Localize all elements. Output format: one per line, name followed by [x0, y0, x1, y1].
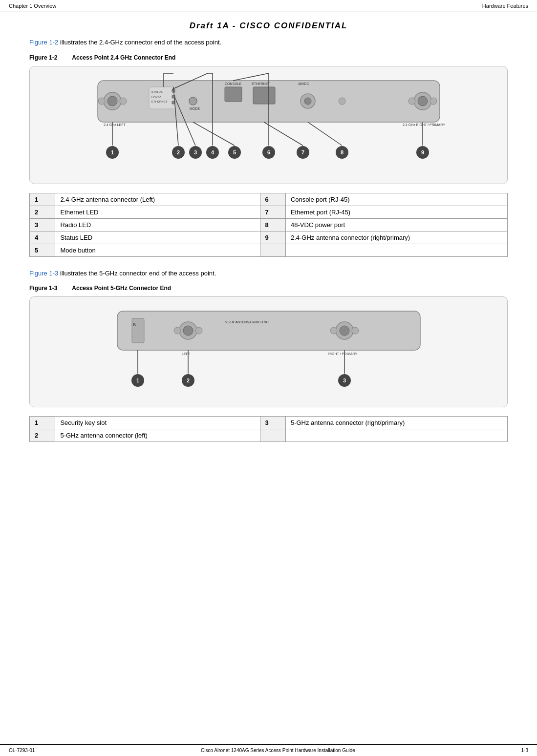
svg-text:RIGHT / PRIMARY: RIGHT / PRIMARY — [328, 352, 358, 356]
svg-text:ETHERNET: ETHERNET — [151, 100, 168, 103]
num-9: 9 — [260, 231, 285, 244]
intro-text-1: Figure 1-2 illustrates the 2.4-GHz conne… — [29, 38, 508, 47]
svg-point-67 — [195, 327, 202, 334]
svg-point-4 — [120, 98, 127, 105]
num-8: 8 — [260, 218, 285, 231]
svg-line-48 — [233, 73, 269, 81]
svg-point-71 — [340, 326, 349, 336]
desc-6: Console port (RJ-45) — [285, 193, 507, 206]
desc-3: 5-GHz antenna connector (right/primary) — [285, 417, 507, 429]
desc-empty — [285, 244, 507, 256]
num-7: 7 — [260, 206, 285, 218]
svg-text:CONSOLE: CONSOLE — [225, 82, 242, 85]
svg-text:6: 6 — [267, 149, 270, 155]
svg-point-21 — [339, 98, 345, 105]
svg-point-23 — [418, 96, 428, 106]
svg-point-12 — [189, 97, 197, 105]
svg-text:48VDC: 48VDC — [298, 82, 309, 85]
desc-8: 48-VDC power port — [285, 218, 507, 231]
svg-text:RADIO: RADIO — [151, 95, 161, 98]
svg-rect-15 — [225, 87, 242, 102]
svg-point-24 — [408, 98, 415, 105]
svg-point-72 — [330, 327, 337, 334]
svg-text:7: 7 — [301, 149, 304, 155]
footer-left: OL-7293-01 — [9, 748, 35, 753]
figure-caption-1-2: Figure 1-2 Access Point 2.4 GHz Connecto… — [29, 54, 508, 61]
top-bar: Chapter 1 Overview Hardware Features — [0, 0, 537, 12]
figure-ref-1-3[interactable]: Figure 1-3 — [29, 270, 58, 277]
figure-ref-1-2[interactable]: Figure 1-2 — [29, 39, 58, 46]
svg-line-52 — [264, 122, 303, 146]
svg-point-2 — [107, 96, 117, 106]
figure-title-1-2: Access Point 2.4 GHz Connector End — [72, 54, 175, 61]
footer-center: Cisco Aironet 1240AG Series Access Point… — [201, 748, 355, 753]
num-2: 2 — [30, 429, 55, 442]
desc-1: Security key slot — [55, 417, 260, 429]
device-24ghz-svg: STATUS RADIO ETHERNET MODE CONSOLE ETHER… — [83, 73, 454, 176]
svg-text:3: 3 — [343, 378, 345, 383]
main-content: Figure 1-2 illustrates the 2.4-GHz conne… — [0, 38, 537, 473]
num-5: 5 — [30, 244, 55, 256]
svg-text:ETHERNET: ETHERNET — [252, 82, 270, 85]
num-empty — [260, 244, 285, 256]
table-row: 5 Mode button — [30, 244, 508, 256]
svg-line-45 — [193, 122, 235, 146]
svg-text:K: K — [133, 322, 136, 327]
svg-text:2.4 GHz LEFT: 2.4 GHz LEFT — [104, 123, 126, 126]
svg-point-20 — [304, 98, 311, 105]
svg-text:3: 3 — [193, 149, 196, 155]
svg-text:9: 9 — [421, 149, 424, 155]
desc-3: Radio LED — [55, 218, 260, 231]
table-row: 2 Ethernet LED 7 Ethernet port (RJ-45) — [30, 206, 508, 218]
desc-9: 2.4-GHz antenna connector (right/primary… — [285, 231, 507, 244]
device-5ghz-svg: K LEFT 5 GHz ANTENNA w/RP-TNC RIGHT / PR… — [103, 304, 435, 399]
desc-4: Status LED — [55, 231, 260, 244]
bottom-bar: OL-7293-01 Cisco Aironet 1240AG Series A… — [0, 744, 537, 756]
figure-caption-1-3: Figure 1-3 Access Point 5-GHz Connector … — [29, 285, 508, 292]
svg-text:1: 1 — [136, 378, 139, 383]
svg-rect-17 — [253, 87, 275, 104]
svg-line-55 — [308, 122, 342, 146]
svg-text:LEFT: LEFT — [182, 352, 191, 356]
table-row: 4 Status LED 9 2.4-GHz antenna connector… — [30, 231, 508, 244]
num-1: 1 — [30, 193, 55, 206]
num-3: 3 — [30, 218, 55, 231]
figure-label-1-2: Figure 1-2 — [29, 54, 57, 61]
desc-1: 2.4-GHz antenna connector (Left) — [55, 193, 260, 206]
figure-1-2-image: STATUS RADIO ETHERNET MODE CONSOLE ETHER… — [29, 66, 508, 184]
desc-2: Ethernet LED — [55, 206, 260, 218]
num-1: 1 — [30, 417, 55, 429]
desc-5: Mode button — [55, 244, 260, 256]
svg-text:4: 4 — [211, 149, 214, 155]
num-3: 3 — [260, 417, 285, 429]
svg-text:5: 5 — [233, 149, 236, 155]
num-empty — [260, 429, 285, 442]
table-row: 1 2.4-GHz antenna connector (Left) 6 Con… — [30, 193, 508, 206]
figure-label-1-3: Figure 1-3 — [29, 285, 57, 292]
svg-text:STATUS: STATUS — [151, 90, 163, 93]
svg-text:1: 1 — [110, 149, 113, 155]
svg-point-66 — [174, 327, 181, 334]
svg-point-65 — [183, 326, 193, 336]
page-title: Draft 1A - CISCO CONFIDENTIAL — [0, 12, 537, 38]
svg-point-73 — [352, 327, 359, 334]
figure-title-1-3: Access Point 5-GHz Connector End — [72, 285, 171, 292]
svg-text:8: 8 — [340, 149, 343, 155]
svg-rect-61 — [117, 311, 420, 350]
table-row: 2 5-GHz antenna connector (left) — [30, 429, 508, 442]
num-6: 6 — [260, 193, 285, 206]
desc-2: 5-GHz antenna connector (left) — [55, 429, 260, 442]
svg-text:2: 2 — [176, 149, 179, 155]
desc-7: Ethernet port (RJ-45) — [285, 206, 507, 218]
desc-empty — [285, 429, 507, 442]
svg-point-3 — [98, 98, 105, 105]
svg-text:5 GHz ANTENNA w/RP-TNC: 5 GHz ANTENNA w/RP-TNC — [225, 320, 269, 324]
header-left: Chapter 1 Overview — [9, 3, 56, 9]
table-row: 1 Security key slot 3 5-GHz antenna conn… — [30, 417, 508, 429]
svg-text:MODE: MODE — [190, 107, 200, 110]
svg-text:2.4 GHz RIGHT / PRIMARY: 2.4 GHz RIGHT / PRIMARY — [403, 123, 445, 126]
table-row: 3 Radio LED 8 48-VDC power port — [30, 218, 508, 231]
svg-text:2: 2 — [186, 378, 189, 383]
footer-right: 1-3 — [521, 748, 528, 753]
svg-point-25 — [430, 98, 437, 105]
